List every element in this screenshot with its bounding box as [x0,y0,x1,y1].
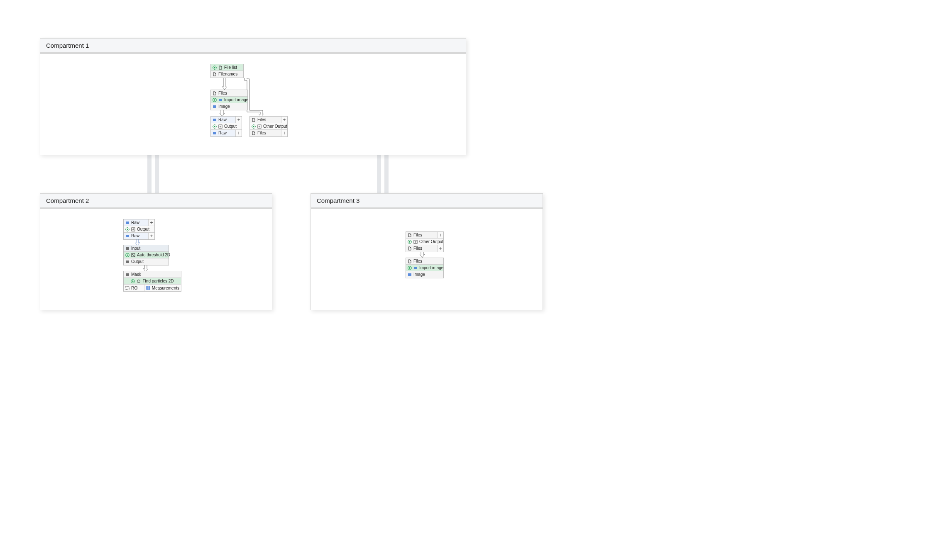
port-files-out[interactable]: Files + [250,130,287,136]
node-find-particles[interactable]: Mask Find particles 2D ROI Measurements [123,271,181,292]
svg-point-11 [137,280,140,282]
port-raw-in[interactable]: Raw + [211,117,242,123]
add-input-button[interactable]: + [437,232,443,238]
file-icon [213,91,217,95]
run-icon[interactable] [125,227,130,231]
arrow-otheroutputghost-to-import [420,252,425,258]
port-mask-label: Mask [131,271,141,278]
node-output[interactable]: Raw + Output Raw + [210,116,242,137]
stack-icon [213,131,217,135]
port-input-label: Input [131,245,140,252]
port-filenames-label: Filenames [218,71,237,78]
port-image-out-label: Image [218,103,230,110]
node-title: File list [211,64,243,71]
add-input-button[interactable]: + [148,219,154,226]
run-icon[interactable] [408,240,412,244]
run-icon[interactable] [408,266,412,270]
port-files-in[interactable]: Files [211,90,247,97]
node-output-ghost[interactable]: Raw + Output Raw + [123,219,155,240]
port-raw-out[interactable]: Raw + [211,130,242,136]
node-title: Output [211,123,242,130]
run-icon[interactable] [213,66,217,70]
add-output-button[interactable]: + [235,130,242,136]
port-measurements-label: Measurements [152,286,179,290]
add-input-button[interactable]: + [281,117,287,123]
node-auto-threshold[interactable]: Input Auto threshold 2D Output [123,245,169,265]
table-icon [146,286,150,290]
add-output-button[interactable]: + [148,233,154,239]
file-list-title: File list [224,64,237,71]
node-title: Output [124,226,154,233]
node-title: Import image [211,97,247,103]
file-icon [218,66,222,70]
file-icon [213,72,217,76]
port-files-in-label: Files [218,90,227,97]
port-files-in-label: Files [257,117,266,123]
port-files-in[interactable]: Files + [250,117,287,123]
port-files-in-label: Files [413,232,422,239]
run-icon[interactable] [213,124,217,129]
find-particles-title: Find particles 2D [142,278,174,285]
node-import-image-2[interactable]: Files Import image Image [406,258,444,278]
port-files-out[interactable]: Files + [406,245,443,252]
port-raw-in-label: Raw [218,117,227,123]
circle-icon [137,279,141,283]
run-icon[interactable] [213,98,217,102]
port-files-in[interactable]: Files [406,258,443,265]
port-image-out[interactable]: Image [406,271,443,278]
file-icon [408,246,412,251]
add-output-button[interactable]: + [437,245,443,252]
compartment-2-title: Compartment 2 [40,194,272,209]
port-files-in[interactable]: Files + [406,232,443,239]
node-import-image[interactable]: Files Import image Image [210,90,248,110]
node-title: Import image [406,265,443,271]
node-title: Auto threshold 2D [124,252,169,258]
port-measurements[interactable]: Measurements [144,285,181,291]
export-icon [413,240,418,244]
node-other-output-ghost[interactable]: Files + Other Output Files + [406,231,444,252]
port-files-out-label: Files [413,245,422,252]
port-mask[interactable]: Mask [124,271,181,278]
port-raw-in[interactable]: Raw + [124,219,154,226]
compartment-connector-left [147,154,160,194]
port-filenames[interactable]: Filenames [211,71,243,78]
arrow-filelist-to-import [222,78,227,90]
auto-threshold-title: Auto threshold 2D [137,252,170,258]
stack-icon [408,273,412,277]
compartment-connector-right [377,154,389,194]
port-image-out[interactable]: Image [211,103,247,110]
import-image-title: Import image [224,97,248,103]
file-icon [408,233,412,237]
port-output-label: Output [131,258,144,265]
other-output-title: Other Output [263,123,287,130]
stack-icon [125,260,130,264]
node-title: Find particles 2D [124,278,181,285]
file-icon [408,259,412,263]
port-output[interactable]: Output [124,258,169,265]
roi-icon [125,286,130,290]
run-icon[interactable] [131,279,135,283]
port-raw-out-label: Raw [131,233,139,239]
run-icon[interactable] [252,124,256,129]
export-icon [218,124,222,129]
output-ghost-title: Output [137,226,149,233]
compartment-1[interactable]: Compartment 1 File list File [40,38,466,155]
add-output-button[interactable]: + [281,130,287,136]
stack-icon [125,273,130,277]
port-raw-out[interactable]: Raw + [124,233,154,239]
add-input-button[interactable]: + [235,117,242,123]
node-title: Other Output [250,123,287,130]
compartment-1-body: File list Filenames [40,54,466,154]
port-raw-out-label: Raw [218,130,227,136]
compartment-2[interactable]: Compartment 2 Raw + Output [40,193,272,310]
port-roi[interactable]: ROI [124,285,144,291]
output-title: Output [224,123,237,130]
port-input[interactable]: Input [124,245,169,252]
node-other-output[interactable]: Files + Other Output Files + [249,116,288,137]
port-raw-in-label: Raw [131,219,139,226]
port-files-in-label: Files [413,258,422,265]
port-image-out-label: Image [413,271,425,278]
compartment-3[interactable]: Compartment 3 Files + Other Output [311,193,543,310]
run-icon[interactable] [125,253,130,257]
node-file-list[interactable]: File list Filenames [210,64,244,78]
